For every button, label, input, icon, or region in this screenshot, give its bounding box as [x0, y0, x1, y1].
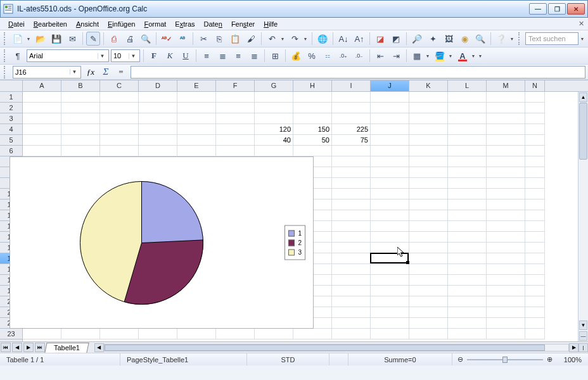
cell-K6[interactable] [409, 146, 448, 156]
cell-J9[interactable] [371, 178, 409, 189]
cell-J12[interactable] [371, 210, 409, 221]
cell-N10[interactable] [525, 189, 545, 200]
sheet-tab-1[interactable]: Tabelle1 [44, 343, 89, 353]
status-zoom[interactable]: 100% [558, 353, 588, 365]
cell-I10[interactable] [332, 189, 371, 200]
col-header-J[interactable]: J [371, 80, 409, 91]
cell-J1[interactable] [371, 92, 409, 103]
cell-N18[interactable] [525, 275, 545, 286]
cell-B6[interactable] [61, 146, 100, 156]
cell-M20[interactable] [487, 296, 525, 307]
help-button[interactable]: ❔ [494, 32, 508, 46]
menu-format[interactable]: Format [139, 19, 170, 29]
cell-D5[interactable] [139, 135, 177, 146]
new-dropdown[interactable]: ▼ [25, 37, 32, 41]
sum-button[interactable]: Σ [100, 66, 112, 78]
cell-N11[interactable] [525, 200, 545, 210]
cell-N7[interactable] [525, 156, 545, 167]
cell-K16[interactable] [409, 253, 448, 264]
hscroll-split[interactable]: | [578, 343, 588, 352]
cell-B3[interactable] [61, 113, 100, 124]
cell-J5[interactable] [371, 135, 409, 146]
cell-K13[interactable] [409, 221, 448, 232]
formula-input[interactable] [131, 66, 585, 79]
cell-N9[interactable] [525, 178, 545, 189]
cell-N16[interactable] [525, 253, 545, 264]
cell-L9[interactable] [448, 178, 487, 189]
cell-D1[interactable] [139, 92, 177, 103]
cell-M19[interactable] [487, 286, 525, 296]
cell-I19[interactable] [332, 286, 371, 296]
col-header-N[interactable]: N [525, 80, 545, 91]
datasources-button[interactable]: ◉ [457, 32, 471, 46]
menu-einfuegen[interactable]: Einfügen [103, 19, 139, 29]
dec-indent-button[interactable]: ⇤ [373, 49, 387, 63]
cell-K17[interactable] [409, 264, 448, 275]
cell-I8[interactable] [332, 167, 371, 178]
find-overflow[interactable]: ▼ [579, 37, 585, 41]
cell-L15[interactable] [448, 243, 487, 253]
cell-A4[interactable] [23, 124, 61, 135]
cell-L4[interactable] [448, 124, 487, 135]
cell-G1[interactable] [255, 92, 293, 103]
cell-L3[interactable] [448, 113, 487, 124]
name-box-arrow[interactable]: ▼ [70, 69, 79, 75]
equals-button[interactable]: = [115, 66, 127, 78]
cell-I5[interactable]: 75 [332, 135, 371, 146]
cell-J19[interactable] [371, 286, 409, 296]
cell-N1[interactable] [525, 92, 545, 103]
cell-C4[interactable] [100, 124, 139, 135]
cell-G3[interactable] [255, 113, 293, 124]
align-justify-button[interactable]: ≣ [247, 49, 261, 63]
borders-button[interactable]: ▦ [410, 49, 424, 63]
hscroll-thumb[interactable] [105, 345, 545, 351]
menu-datei[interactable]: Datei [4, 19, 29, 29]
cell-M11[interactable] [487, 200, 525, 210]
cell-G6[interactable] [255, 146, 293, 156]
cell-D3[interactable] [139, 113, 177, 124]
cell-N8[interactable] [525, 167, 545, 178]
currency-button[interactable]: 💰 [289, 49, 303, 63]
cell-N4[interactable] [525, 124, 545, 135]
redo-dd[interactable]: ▼ [302, 37, 309, 41]
cell-N20[interactable] [525, 296, 545, 307]
font-name-combo[interactable]: Arial▼ [27, 49, 109, 62]
cell-M1[interactable] [487, 92, 525, 103]
format-paint-button[interactable]: 🖌 [244, 32, 258, 46]
cell-M23[interactable] [487, 329, 525, 339]
cell-K8[interactable] [409, 167, 448, 178]
cell-N19[interactable] [525, 286, 545, 296]
col-header-G[interactable]: G [255, 80, 293, 91]
sort-asc-button[interactable]: A↓ [336, 32, 350, 46]
cell-K3[interactable] [409, 113, 448, 124]
cell-I20[interactable] [332, 296, 371, 307]
cell-K2[interactable] [409, 103, 448, 113]
cell-M16[interactable] [487, 253, 525, 264]
cell-F23[interactable] [216, 329, 255, 339]
redo-button[interactable]: ↷ [288, 32, 302, 46]
align-center-button[interactable]: ≣ [215, 49, 229, 63]
cell-N13[interactable] [525, 221, 545, 232]
cell-E2[interactable] [177, 103, 216, 113]
row-header-4[interactable]: 4 [0, 124, 22, 135]
menu-ansicht[interactable]: Ansicht [72, 19, 103, 29]
cell-M6[interactable] [487, 146, 525, 156]
cell-I12[interactable] [332, 210, 371, 221]
cell-D23[interactable] [139, 329, 177, 339]
gallery-button[interactable]: 🖼 [442, 32, 456, 46]
cell-E1[interactable] [177, 92, 216, 103]
cell-N6[interactable] [525, 146, 545, 156]
cell-A5[interactable] [23, 135, 61, 146]
cell-J15[interactable] [371, 243, 409, 253]
show-draw-button[interactable]: ◩ [389, 32, 403, 46]
cell-N14[interactable] [525, 232, 545, 243]
cell-B5[interactable] [61, 135, 100, 146]
cell-J4[interactable] [371, 124, 409, 135]
cell-H23[interactable] [293, 329, 332, 339]
autospell-button[interactable]: ᴬᴮ [176, 32, 189, 46]
zoom-knob[interactable] [502, 357, 508, 363]
maximize-button[interactable]: ❐ [548, 3, 566, 15]
percent-button[interactable]: % [305, 49, 319, 63]
cell-J18[interactable] [371, 275, 409, 286]
cell-C3[interactable] [100, 113, 139, 124]
